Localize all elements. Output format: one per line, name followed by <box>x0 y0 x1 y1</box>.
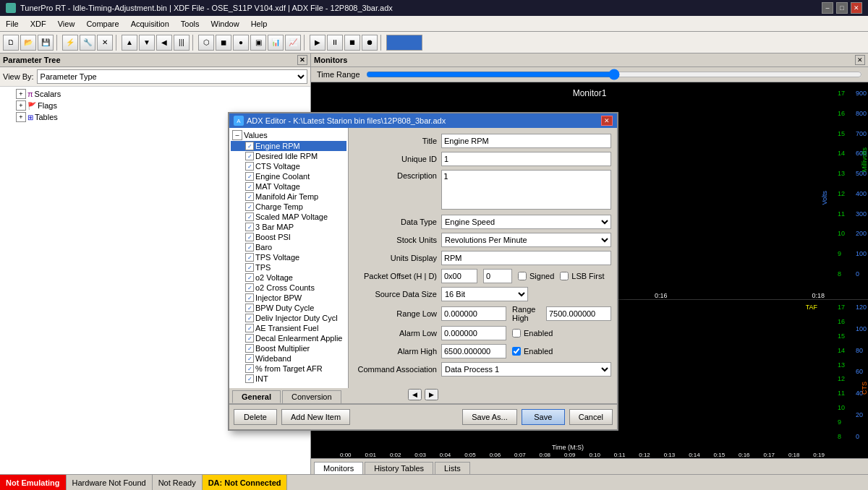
range-low-input[interactable] <box>441 306 506 321</box>
checkbox-int[interactable]: ✓ <box>245 374 254 383</box>
add-new-item-button[interactable]: Add New Item <box>281 409 350 425</box>
checkbox-bpw-duty[interactable]: ✓ <box>245 304 254 312</box>
save-as-button[interactable]: Save As... <box>462 409 517 425</box>
lsb-first-row: LSB First <box>560 272 604 280</box>
item-bpw-duty: BPW Duty Cycle <box>255 304 314 312</box>
checkbox-pct-from-afr[interactable]: ✓ <box>245 364 254 373</box>
tree-item-boost-mult[interactable]: ✓ Boost Multiplier <box>231 343 346 353</box>
alarm-high-enabled-row: Enabled <box>506 347 553 356</box>
tree-item-baro[interactable]: ✓ Baro <box>231 242 346 252</box>
dialog-close-button[interactable]: ✕ <box>601 116 613 126</box>
alarm-high-input[interactable] <box>441 344 506 358</box>
dialog-body: – Values ✓ Engine RPM ✓ Desired Idle RPM… <box>229 128 617 388</box>
tree-item-3bar-map[interactable]: ✓ 3 Bar MAP <box>231 222 346 232</box>
item-3bar-map: 3 Bar MAP <box>255 223 294 231</box>
checkbox-decal[interactable]: ✓ <box>245 334 254 343</box>
item-boost-mult: Boost Multiplier <box>255 344 310 353</box>
tree-item-mat-voltage[interactable]: ✓ MAT Voltage <box>231 181 346 192</box>
tree-item-deliv-injector[interactable]: ✓ Deliv Injector Duty Cycl <box>231 313 346 323</box>
tree-item-injector-bpw[interactable]: ✓ Injector BPW <box>231 293 346 303</box>
tree-item-manifold-air[interactable]: ✓ Manifold Air Temp <box>231 192 346 202</box>
save-button[interactable]: Save <box>522 409 565 425</box>
item-mat-voltage: MAT Voltage <box>255 182 300 191</box>
signed-row: Signed <box>518 272 554 280</box>
values-expand[interactable]: – <box>232 130 242 140</box>
form-row-packet-offset: Packet Offset (H | D) Signed LSB First <box>354 269 611 283</box>
alarm-low-enabled-checkbox[interactable] <box>512 329 521 338</box>
lsb-first-checkbox[interactable] <box>560 272 569 280</box>
units-display-label: Units Display <box>354 254 441 262</box>
packet-offset-d[interactable] <box>483 269 512 283</box>
checkbox-engine-rpm[interactable]: ✓ <box>245 142 254 150</box>
checkbox-boost-mult[interactable]: ✓ <box>245 344 254 353</box>
tree-item-engine-rpm[interactable]: ✓ Engine RPM <box>231 141 346 151</box>
tree-item-boost-psi[interactable]: ✓ Boost PSI <box>231 232 346 242</box>
tree-item-ae-transient[interactable]: ✓ AE Transient Fuel <box>231 323 346 333</box>
checkbox-charge-temp[interactable]: ✓ <box>245 202 254 211</box>
checkbox-mat-voltage[interactable]: ✓ <box>245 182 254 191</box>
tree-item-charge-temp[interactable]: ✓ Charge Temp <box>231 202 346 212</box>
checkbox-wideband[interactable]: ✓ <box>245 354 254 363</box>
item-engine-coolant: Engine Coolant <box>255 172 310 181</box>
form-row-units-display: Units Display <box>354 251 611 265</box>
checkbox-boost-psi[interactable]: ✓ <box>245 233 254 241</box>
cmd-assoc-select[interactable]: Data Process 1 <box>441 362 611 377</box>
data-type-label: Data Type <box>354 218 441 226</box>
checkbox-ae-transient[interactable]: ✓ <box>245 324 254 332</box>
checkbox-baro[interactable]: ✓ <box>245 243 254 252</box>
item-injector-bpw: Injector BPW <box>255 293 302 302</box>
checkbox-desired-idle[interactable]: ✓ <box>245 152 254 160</box>
stock-units-select[interactable]: Revolutions Per Minute <box>441 233 611 247</box>
values-label: Values <box>244 131 268 139</box>
checkbox-engine-coolant[interactable]: ✓ <box>245 172 254 181</box>
alarm-high-enabled-checkbox[interactable] <box>512 347 521 356</box>
checkbox-3bar-map[interactable]: ✓ <box>245 223 254 231</box>
title-label: Title <box>354 137 441 145</box>
description-label: Description <box>354 170 441 180</box>
form-row-data-type: Data Type Engine Speed <box>354 215 611 229</box>
units-display-input[interactable] <box>441 251 611 265</box>
checkbox-deliv-injector[interactable]: ✓ <box>245 314 254 322</box>
checkbox-tps[interactable]: ✓ <box>245 263 254 272</box>
checkbox-o2-voltage[interactable]: ✓ <box>245 273 254 282</box>
tree-item-cts-voltage[interactable]: ✓ CTS Voltage <box>231 161 346 171</box>
source-data-size-select[interactable]: 16 Bit <box>441 287 528 301</box>
tree-item-wideband[interactable]: ✓ Wideband <box>231 353 346 364</box>
checkbox-o2-cross-counts[interactable]: ✓ <box>245 283 254 292</box>
alarm-low-enabled-label: Enabled <box>524 329 553 338</box>
cancel-button[interactable]: Cancel <box>569 409 613 425</box>
dialog-title-left: A ADX Editor - K:\Latest Starion bin fil… <box>234 116 446 126</box>
signed-checkbox[interactable] <box>518 272 527 280</box>
checkbox-injector-bpw[interactable]: ✓ <box>245 293 254 302</box>
packet-offset-h[interactable] <box>441 269 477 283</box>
checkbox-scaled-map[interactable]: ✓ <box>245 212 254 221</box>
tree-item-desired-idle[interactable]: ✓ Desired Idle RPM <box>231 151 346 161</box>
unique-id-input[interactable] <box>441 152 611 166</box>
tree-item-o2-voltage[interactable]: ✓ o2 Voltage <box>231 272 346 283</box>
tree-root-values[interactable]: – Values <box>231 129 346 141</box>
tree-item-bpw-duty[interactable]: ✓ BPW Duty Cycle <box>231 303 346 313</box>
checkbox-manifold-air[interactable]: ✓ <box>245 192 254 201</box>
tree-item-engine-coolant[interactable]: ✓ Engine Coolant <box>231 171 346 181</box>
checkbox-cts-voltage[interactable]: ✓ <box>245 162 254 171</box>
dialog-overlay: A ADX Editor - K:\Latest Starion bin fil… <box>0 0 868 490</box>
tree-item-pct-from-afr[interactable]: ✓ % from Target AFR <box>231 364 346 374</box>
lsb-first-label: LSB First <box>571 272 604 280</box>
tree-item-int[interactable]: ✓ INT <box>231 374 346 384</box>
delete-button[interactable]: Delete <box>234 409 277 425</box>
item-desired-idle: Desired Idle RPM <box>255 152 318 160</box>
dialog-footer: Delete Add New Item Save As... Save Canc… <box>229 404 617 429</box>
source-data-size-label: Source Data Size <box>354 290 441 298</box>
description-input[interactable]: 1 <box>441 170 611 210</box>
title-input[interactable] <box>441 134 611 148</box>
item-engine-rpm: Engine RPM <box>255 142 300 150</box>
alarm-low-input[interactable] <box>441 326 506 340</box>
data-type-select[interactable]: Engine Speed <box>441 215 611 229</box>
tree-item-o2-cross-counts[interactable]: ✓ o2 Cross Counts <box>231 283 346 293</box>
tree-item-scaled-map[interactable]: ✓ Scaled MAP Voltage <box>231 212 346 222</box>
tree-item-tps-voltage[interactable]: ✓ TPS Voltage <box>231 252 346 262</box>
checkbox-tps-voltage[interactable]: ✓ <box>245 253 254 262</box>
range-high-input[interactable] <box>546 306 611 321</box>
tree-item-decal[interactable]: ✓ Decal Enlearment Applie <box>231 333 346 343</box>
tree-item-tps[interactable]: ✓ TPS <box>231 262 346 272</box>
